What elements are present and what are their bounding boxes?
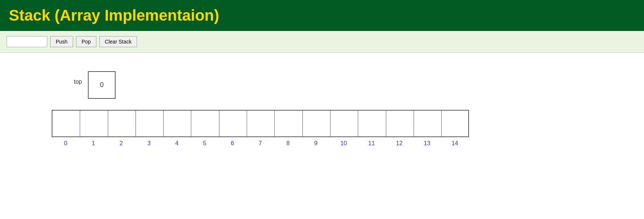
pop-button[interactable]: Pop [76, 36, 96, 47]
array-cell-1 [80, 111, 108, 136]
array-index-0: 0 [52, 140, 79, 147]
array-cell-12 [386, 111, 414, 136]
push-input[interactable] [7, 36, 47, 47]
top-section: top 0 [15, 71, 629, 99]
array-index-10: 10 [330, 140, 357, 147]
array-cell-7 [247, 111, 275, 136]
array-index-14: 14 [441, 140, 469, 147]
array-cell-6 [219, 111, 247, 136]
array-index-6: 6 [219, 140, 246, 147]
clear-stack-button[interactable]: Clear Stack [99, 36, 137, 47]
top-label: top [74, 79, 82, 85]
array-index-11: 11 [357, 140, 385, 147]
array-cell-13 [414, 111, 442, 136]
array-index-12: 12 [386, 140, 413, 147]
array-cell-5 [191, 111, 219, 136]
top-value-box: 0 [88, 71, 116, 99]
array-cell-10 [330, 111, 358, 136]
array-index-13: 13 [413, 140, 441, 147]
array-cell-3 [136, 111, 164, 136]
array-index-4: 4 [163, 140, 191, 147]
array-index-1: 1 [79, 140, 107, 147]
page-header: Stack (Array Implementaion) [0, 0, 644, 31]
toolbar: Push Pop Clear Stack [0, 31, 644, 53]
array-cell-2 [108, 111, 136, 136]
array-index-7: 7 [246, 140, 274, 147]
array-cell-9 [303, 111, 330, 136]
push-button[interactable]: Push [50, 36, 73, 47]
array-index-5: 5 [191, 140, 218, 147]
array-cell-14 [442, 111, 469, 136]
array-index-2: 2 [107, 140, 135, 147]
array-cell-11 [358, 111, 386, 136]
array-index-3: 3 [135, 140, 163, 147]
array-cell-0 [52, 111, 80, 136]
array-indices: 01234567891011121314 [52, 140, 469, 147]
array-section: 01234567891011121314 [15, 110, 629, 147]
array-cell-4 [164, 111, 191, 136]
main-content: top 0 01234567891011121314 [0, 53, 644, 158]
array-index-9: 9 [302, 140, 330, 147]
top-value: 0 [100, 81, 104, 89]
array-cell-8 [275, 111, 302, 136]
array-container [52, 110, 469, 137]
array-index-8: 8 [274, 140, 302, 147]
page-title: Stack (Array Implementaion) [9, 7, 635, 24]
